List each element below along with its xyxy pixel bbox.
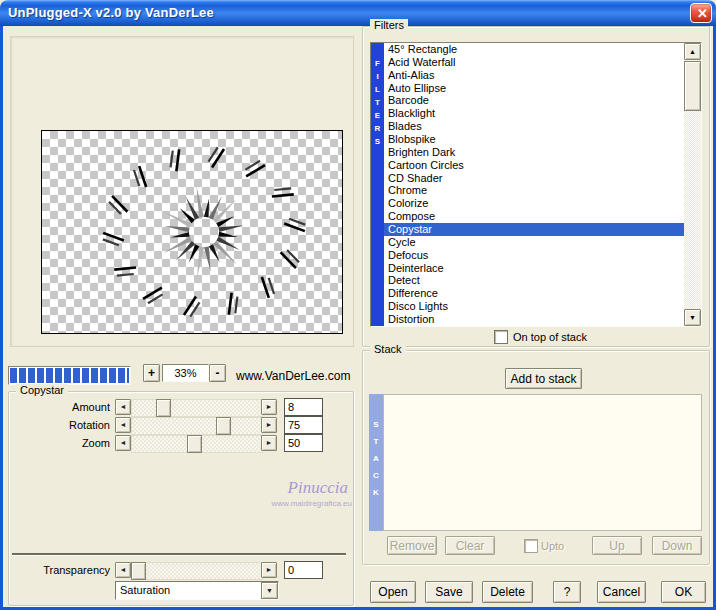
amount-slider-thumb[interactable] — [156, 399, 171, 417]
add-to-stack-button[interactable]: Add to stack — [505, 368, 582, 389]
progress-blocks — [10, 368, 129, 383]
transparency-value-input[interactable] — [284, 561, 323, 579]
filter-item[interactable]: Colorize — [384, 197, 684, 210]
transparency-label: Transparency — [43, 564, 110, 576]
rotation-increment-button[interactable]: ► — [261, 417, 277, 433]
zoom-slider-row: Zoom ◄ ► — [0, 435, 352, 451]
amount-decrement-button[interactable]: ◄ — [115, 399, 131, 415]
filter-item[interactable]: Distortion — [384, 313, 684, 326]
filters-list-items: 45° RectangleAcid WaterfallAnti-AliasAut… — [384, 43, 684, 326]
cancel-button[interactable]: Cancel — [597, 581, 646, 603]
left-arrow-icon: ◄ — [120, 403, 127, 410]
window-border-left — [0, 26, 3, 610]
clear-button[interactable]: Clear — [445, 536, 495, 555]
filter-item[interactable]: Disco Lights — [384, 300, 684, 313]
zoom-increment-button[interactable]: ► — [261, 435, 277, 451]
transparency-increment-button[interactable]: ► — [261, 562, 277, 578]
filter-item[interactable]: Deinterlace — [384, 262, 684, 275]
zoom-out-button[interactable]: - — [209, 364, 226, 382]
transparency-slider-track[interactable] — [131, 562, 263, 580]
zoom-slider-thumb[interactable] — [187, 435, 202, 453]
filter-item[interactable]: Blobspike — [384, 133, 684, 146]
zoom-level-display: 33% — [162, 364, 209, 382]
on-top-of-stack-checkbox[interactable] — [494, 330, 508, 344]
rotation-slider-row: Rotation ◄ ► — [0, 417, 352, 433]
zoom-value-input[interactable] — [284, 434, 323, 452]
filter-item[interactable]: Defocus — [384, 249, 684, 262]
zoom-decrement-button[interactable]: ◄ — [115, 435, 131, 451]
down-arrow-icon: ▼ — [689, 314, 696, 321]
amount-value-input[interactable] — [284, 398, 323, 416]
rotation-decrement-button[interactable]: ◄ — [115, 417, 131, 433]
filter-item[interactable]: Auto Ellipse — [384, 82, 684, 95]
filter-item[interactable]: 45° Rectangle — [384, 43, 684, 56]
transparency-decrement-button[interactable]: ◄ — [115, 562, 131, 578]
up-button[interactable]: Up — [592, 536, 642, 555]
filter-item[interactable]: Difference — [384, 287, 684, 300]
up-arrow-icon: ▲ — [689, 48, 696, 55]
filter-item[interactable]: Brighten Dark — [384, 146, 684, 159]
upto-label: Upto — [541, 540, 564, 552]
open-button[interactable]: Open — [370, 581, 416, 603]
on-top-of-stack-label: On top of stack — [513, 331, 587, 343]
remove-button[interactable]: Remove — [387, 536, 437, 555]
close-button[interactable]: ✕ — [690, 3, 712, 23]
filters-scrollbar[interactable]: ▲ ▼ — [684, 43, 701, 326]
filter-item[interactable]: Copystar — [384, 223, 684, 236]
filter-item[interactable]: Detect — [384, 274, 684, 287]
right-arrow-icon: ► — [266, 439, 273, 446]
filter-item[interactable]: Cycle — [384, 236, 684, 249]
right-arrow-icon: ► — [266, 421, 273, 428]
filter-item[interactable]: Blacklight — [384, 107, 684, 120]
rotation-slider-thumb[interactable] — [216, 417, 231, 435]
stack-vertical-banner: STACK — [369, 394, 383, 531]
filters-list[interactable]: FILTERS 45° RectangleAcid WaterfallAnti-… — [370, 42, 702, 327]
transparency-slider-thumb[interactable] — [131, 562, 146, 580]
left-arrow-icon: ◄ — [120, 439, 127, 446]
scrollbar-thumb[interactable] — [684, 61, 701, 111]
rotation-label: Rotation — [69, 419, 110, 431]
upto-checkbox[interactable] — [524, 539, 538, 553]
watermark-signature: Pinuccia — [288, 478, 348, 498]
minus-icon: - — [216, 366, 220, 380]
title-bar[interactable]: UnPlugged-X v2.0 by VanDerLee ✕ — [0, 0, 716, 26]
left-arrow-icon: ◄ — [120, 566, 127, 573]
ok-button[interactable]: OK — [661, 581, 706, 603]
copystar-preview-svg — [42, 131, 342, 333]
filter-item[interactable]: CD Shader — [384, 172, 684, 185]
blend-mode-select[interactable]: Saturation ▼ — [115, 581, 279, 600]
help-button[interactable]: ? — [553, 581, 581, 603]
left-arrow-icon: ◄ — [120, 421, 127, 428]
separator-line — [12, 553, 346, 555]
rotation-slider-track[interactable] — [131, 417, 263, 435]
filters-vertical-banner: FILTERS — [371, 43, 384, 326]
save-button[interactable]: Save — [425, 581, 473, 603]
filters-group-label: Filters — [370, 19, 408, 31]
preview-image — [41, 130, 343, 334]
filter-item[interactable]: Cartoon Circles — [384, 159, 684, 172]
down-button[interactable]: Down — [652, 536, 702, 555]
window-title: UnPlugged-X v2.0 by VanDerLee — [8, 5, 214, 20]
copystar-group-label: Copystar — [16, 384, 68, 396]
filter-item[interactable]: Compose — [384, 210, 684, 223]
chevron-down-icon[interactable]: ▼ — [261, 582, 278, 599]
filter-item[interactable]: Anti-Alias — [384, 69, 684, 82]
scroll-down-button[interactable]: ▼ — [684, 309, 701, 326]
scroll-up-button[interactable]: ▲ — [684, 43, 701, 60]
rotation-value-input[interactable] — [284, 416, 323, 434]
dialog-window: UnPlugged-X v2.0 by VanDerLee ✕ + 33% - … — [0, 0, 716, 610]
filter-item[interactable]: Barcode — [384, 94, 684, 107]
filter-item[interactable]: Chrome — [384, 184, 684, 197]
right-arrow-icon: ► — [266, 566, 273, 573]
amount-slider-row: Amount ◄ ► — [0, 399, 352, 415]
amount-increment-button[interactable]: ► — [261, 399, 277, 415]
zoom-in-button[interactable]: + — [143, 364, 160, 382]
stack-list[interactable] — [383, 394, 702, 531]
close-icon: ✕ — [697, 6, 708, 21]
filter-item[interactable]: Blades — [384, 120, 684, 133]
plus-icon: + — [148, 366, 155, 380]
amount-slider-track[interactable] — [131, 399, 263, 417]
amount-label: Amount — [72, 401, 110, 413]
filter-item[interactable]: Acid Waterfall — [384, 56, 684, 69]
delete-button[interactable]: Delete — [482, 581, 533, 603]
